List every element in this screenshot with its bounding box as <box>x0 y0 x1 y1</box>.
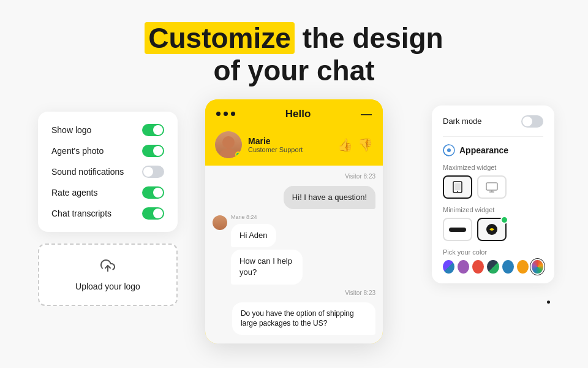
color-dot-multicolor[interactable] <box>532 260 543 274</box>
headline-plain: the design <box>303 22 443 54</box>
agent-meta: Marie 8:24 <box>231 214 320 220</box>
visitor-bubble-2: Do you have the option of shipping large… <box>232 302 375 335</box>
agent-avatar <box>215 131 242 158</box>
toggle-show-logo-switch[interactable] <box>142 124 164 136</box>
visitor-bubble-1: Hi! I have a question! <box>284 186 375 209</box>
agent-bar: Marie Customer Support 👍 👎 <box>205 126 383 166</box>
chat-dot-2 <box>224 112 228 116</box>
svg-rect-9 <box>449 228 466 232</box>
chat-messages: Visitor 8:23 Hi! I have a question! Mari… <box>205 166 383 343</box>
appearance-icon <box>443 144 455 156</box>
agent-role: Customer Support <box>248 146 331 153</box>
toggle-agents-photo-switch[interactable] <box>142 145 164 157</box>
chat-minimize-button[interactable]: — <box>361 109 372 120</box>
headline-highlight: Customize <box>145 22 295 54</box>
color-dot-dark-teal[interactable] <box>487 260 499 274</box>
toggle-rate-agents-label: Rate agents <box>51 188 98 197</box>
online-indicator <box>235 151 241 158</box>
appearance-panel: Dark mode Appearance Maximized widget <box>432 105 554 283</box>
svg-rect-6 <box>486 183 497 190</box>
toggle-chat-transcripts-label: Chat transcripts <box>51 209 111 218</box>
svg-point-5 <box>457 191 458 192</box>
toggle-show-logo: Show logo <box>51 124 164 136</box>
dark-mode-toggle[interactable] <box>521 115 543 128</box>
minimized-widget-options <box>443 218 543 241</box>
svg-point-2 <box>447 148 451 152</box>
page-header: Customize the design of your chat <box>0 0 588 99</box>
widget-option-mobile[interactable] <box>443 175 472 199</box>
chat-widget-header: Hello — <box>205 99 383 126</box>
color-title: Pick your color <box>443 248 543 256</box>
color-dot-blue[interactable] <box>502 260 514 274</box>
upload-icon <box>100 258 115 277</box>
color-options <box>443 260 543 274</box>
section-divider <box>443 136 543 137</box>
color-dot-orange[interactable] <box>517 260 529 274</box>
color-dot-purple-blue[interactable] <box>443 260 454 274</box>
headline-line2: of your chat <box>213 55 374 86</box>
dark-mode-row: Dark mode <box>443 115 543 128</box>
minimized-widget-option-bubble[interactable] <box>477 218 507 241</box>
maximized-widget-options <box>443 175 543 199</box>
chat-dots <box>216 112 235 116</box>
agent-bubble-1: Hi Aden <box>231 224 276 247</box>
toggle-sound-notifications-label: Sound notifications <box>51 167 124 177</box>
color-dot-red[interactable] <box>472 260 484 274</box>
svg-rect-4 <box>454 183 461 190</box>
chat-title: Hello <box>285 108 311 120</box>
chat-dot-1 <box>216 112 221 116</box>
agent-message-group: Marie 8:24 Hi Aden How can I help you? <box>213 214 375 285</box>
minimized-widget-label: Minimized widget <box>443 206 543 213</box>
upload-logo-box[interactable]: Upload your logo <box>38 243 178 306</box>
headline: Customize the design of your chat <box>0 22 588 87</box>
toggle-sound-notifications-switch[interactable] <box>142 166 164 178</box>
widget-option-desktop[interactable] <box>477 175 507 199</box>
agent-name: Marie <box>248 136 331 146</box>
chat-widget: Hello — Marie Customer Support 👍 👎 Visit… <box>205 99 383 343</box>
dark-mode-label: Dark mode <box>443 117 482 126</box>
toggle-sound-notifications: Sound notifications <box>51 166 164 178</box>
toggle-agents-photo: Agent's photo <box>51 145 164 157</box>
visitor-timestamp-1: Visitor 8:23 <box>213 173 375 180</box>
chat-dot-3 <box>231 112 235 116</box>
agent-bubble-2: How can I help you? <box>231 250 303 284</box>
appearance-title: Appearance <box>459 145 508 155</box>
upload-label: Upload your logo <box>75 282 140 291</box>
toggle-chat-transcripts: Chat transcripts <box>51 207 164 220</box>
main-content: Show logo Agent's photo Sound notificati… <box>0 99 588 363</box>
agent-info: Marie Customer Support <box>248 136 331 153</box>
appearance-title-row: Appearance <box>443 144 543 156</box>
toggle-chat-transcripts-switch[interactable] <box>142 207 164 220</box>
visitor-timestamp-2: Visitor 8:23 <box>213 289 375 296</box>
agent-mini-avatar <box>213 215 227 230</box>
toggle-rate-agents-switch[interactable] <box>142 186 164 199</box>
toggles-panel: Show logo Agent's photo Sound notificati… <box>38 112 178 232</box>
color-dot-purple[interactable] <box>458 260 469 274</box>
toggle-show-logo-label: Show logo <box>51 125 91 135</box>
agent-bubbles: Marie 8:24 Hi Aden How can I help you? <box>231 214 320 285</box>
rating-icons: 👍 👎 <box>337 137 373 152</box>
selected-badge <box>500 216 508 224</box>
toggle-rate-agents: Rate agents <box>51 186 164 199</box>
thumbs-down-icon[interactable]: 👎 <box>358 137 373 152</box>
minimized-widget-option-bar[interactable] <box>443 218 472 241</box>
thumbs-up-icon[interactable]: 👍 <box>337 137 353 152</box>
maximized-widget-label: Maximized widget <box>443 164 543 171</box>
toggle-agents-photo-label: Agent's photo <box>51 146 104 156</box>
